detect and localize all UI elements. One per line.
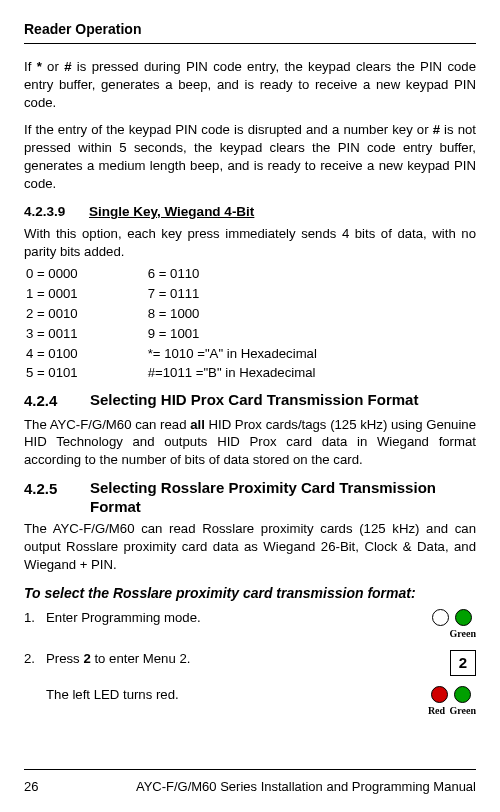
heading-number: 4.2.4 [24,391,90,411]
page-header: Reader Operation [24,20,476,39]
para-rosslare: The AYC-F/G/M60 can read Rosslare proxim… [24,520,476,573]
step-text: Enter Programming mode. [46,609,418,641]
led-indicator: Green [418,609,476,641]
header-rule [24,43,476,44]
heading-title: Selecting Rosslare Proximity Card Transm… [90,479,476,517]
led-green-icon [455,609,472,626]
subhead-number: 4.2.3.9 [24,203,65,221]
step-number: 1. [24,609,46,641]
footer-text: AYC-F/G/M60 Series Installation and Prog… [136,778,476,796]
step-2: 2. Press 2 to enter Menu 2. 2 [24,650,476,676]
bit-col-right: 6 = 0110 7 = 0111 8 = 1000 9 = 1001 *= 1… [148,264,317,383]
heading-number: 4.2.5 [24,479,90,517]
subhead-title: Single Key, Wiegand 4-Bit [89,204,254,219]
bit-col-left: 0 = 0000 1 = 0001 2 = 0010 3 = 0011 4 = … [26,264,78,383]
page-footer: 26 AYC-F/G/M60 Series Installation and P… [24,769,476,796]
step-2-result: The left LED turns red. Red Green [24,686,476,718]
step-number: 2. [24,650,46,676]
step-1: 1. Enter Programming mode. Green [24,609,476,641]
page-number: 26 [24,778,38,796]
led-green-icon [454,686,471,703]
subhead-4239: 4.2.3.9 Single Key, Wiegand 4-Bit [24,203,476,221]
bit-row: 8 = 1000 [148,304,317,324]
bit-row: 7 = 0111 [148,284,317,304]
bit-row: 5 = 0101 [26,363,78,383]
subhead-desc: With this option, each key press immedia… [24,225,476,261]
para-timeout: If the entry of the keypad PIN code is d… [24,121,476,192]
bit-row: 9 = 1001 [148,324,317,344]
bit-row: 4 = 0100 [26,344,78,364]
footer-rule [24,769,476,770]
bit-row: 1 = 0001 [26,284,78,304]
bit-row: 6 = 0110 [148,264,317,284]
bit-row: 0 = 0000 [26,264,78,284]
bit-row: 3 = 0011 [26,324,78,344]
bit-row: 2 = 0010 [26,304,78,324]
step-number [24,686,46,718]
led-off-icon [432,609,449,626]
step-text: The left LED turns red. [46,686,416,718]
led-indicator: Red Green [416,686,476,718]
bit-table: 0 = 0000 1 = 0001 2 = 0010 3 = 0011 4 = … [26,264,476,383]
step-text: Press 2 to enter Menu 2. [46,650,440,676]
heading-title: Selecting HID Prox Card Transmission For… [90,391,418,411]
led-red-icon [431,686,448,703]
heading-425: 4.2.5 Selecting Rosslare Proximity Card … [24,479,476,517]
heading-424: 4.2.4 Selecting HID Prox Card Transmissi… [24,391,476,411]
procedure-title: To select the Rosslare proximity card tr… [24,584,476,603]
para-hid: The AYC-F/G/M60 can read all HID Prox ca… [24,416,476,469]
bit-row: #=1011 ="B" in Hexadecimal [148,363,317,383]
keypad-indicator: 2 [440,650,476,676]
para-clear-buffer: If * or # is pressed during PIN code ent… [24,58,476,111]
bit-row: *= 1010 ="A" in Hexadecimal [148,344,317,364]
keypad-key-icon: 2 [450,650,476,676]
